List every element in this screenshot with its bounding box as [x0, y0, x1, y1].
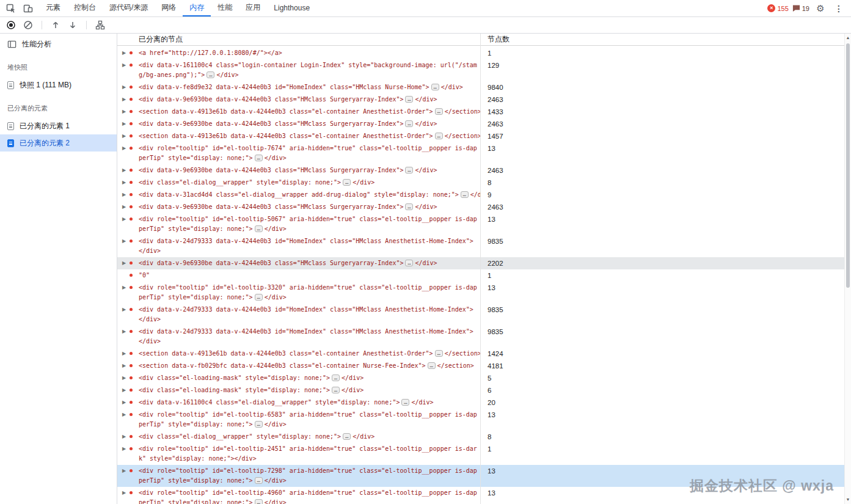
table-row[interactable]: ▶<div data-v-9e6930be data-v-4244e0b3 cl… — [117, 93, 851, 106]
expand-arrow-icon[interactable]: ▶ — [122, 349, 130, 359]
profiles-header[interactable]: 性能分析 — [0, 36, 117, 53]
expand-arrow-icon[interactable]: ▶ — [122, 361, 130, 371]
load-profile-button[interactable] — [47, 17, 64, 34]
inline-expand-button[interactable]: … — [405, 203, 413, 210]
console-error-counter[interactable]: × 155 — [767, 4, 788, 12]
device-toolbar-icon[interactable] — [20, 0, 37, 16]
expand-arrow-icon[interactable]: ▶ — [122, 283, 130, 293]
save-profile-button[interactable] — [64, 17, 81, 34]
expand-arrow-icon[interactable]: ▶ — [122, 166, 130, 175]
expand-arrow-icon[interactable]: ▶ — [122, 190, 130, 200]
table-row[interactable]: ▶<div data-v-161100c4 class="login-conta… — [117, 59, 851, 81]
inline-expand-button[interactable]: … — [405, 167, 413, 173]
inline-expand-button[interactable]: … — [255, 294, 263, 301]
expand-arrow-icon[interactable]: ▶ — [122, 119, 130, 129]
table-row[interactable]: ▶<section data-v-4913e61b data-v-4244e0b… — [117, 348, 851, 360]
issues-counter[interactable]: 19 — [792, 4, 809, 12]
tab-性能[interactable]: 性能 — [211, 0, 239, 16]
vertical-scrollbar[interactable]: ▲ ▼ — [844, 34, 851, 504]
table-row[interactable]: ▶<div data-v-9e6930be data-v-4244e0b3 cl… — [117, 201, 851, 213]
inline-expand-button[interactable]: … — [435, 108, 443, 115]
table-row[interactable]: ▶<div class="el-dialog__wrapper" style="… — [117, 431, 851, 443]
table-row[interactable]: ▶<div role="tooltip" id="el-tooltip-3320… — [117, 282, 851, 304]
table-row[interactable]: ▶<div role="tooltip" id="el-tooltip-6583… — [117, 409, 851, 431]
inline-expand-button[interactable]: … — [461, 191, 469, 198]
scrollbar-thumb[interactable] — [846, 43, 850, 288]
tab-控制台[interactable]: 控制台 — [67, 0, 103, 16]
kebab-menu-icon[interactable]: ⋮ — [831, 4, 846, 13]
table-row[interactable]: ▶"0"1 — [117, 269, 851, 282]
table-row[interactable]: ▶<div role="tooltip" id="el-tooltip-2451… — [117, 443, 851, 465]
table-row[interactable]: ▶<section data-v-4913e61b data-v-4244e0b… — [117, 130, 851, 142]
inspect-element-icon[interactable] — [2, 0, 20, 16]
inline-expand-button[interactable]: … — [435, 133, 443, 139]
expand-arrow-icon[interactable]: ▶ — [122, 131, 130, 141]
settings-gear-icon[interactable]: ⚙ — [813, 3, 828, 14]
inline-expand-button[interactable]: … — [255, 155, 263, 161]
inline-expand-button[interactable]: … — [255, 225, 263, 232]
expand-arrow-icon[interactable]: ▶ — [122, 432, 130, 442]
scroll-up-icon[interactable]: ▲ — [845, 34, 851, 42]
inline-expand-button[interactable]: … — [255, 477, 263, 484]
expand-arrow-icon[interactable]: ▶ — [122, 95, 130, 104]
expand-arrow-icon[interactable]: ▶ — [122, 398, 130, 407]
table-row[interactable]: ▶<div role="tooltip" id="el-tooltip-4960… — [117, 487, 851, 504]
expand-arrow-icon[interactable]: ▶ — [122, 488, 130, 498]
tab-内存[interactable]: 内存 — [183, 0, 211, 16]
inline-expand-button[interactable]: … — [255, 499, 263, 504]
tab-元素[interactable]: 元素 — [39, 0, 67, 16]
table-row[interactable]: ▶<div class="el-dialog__wrapper" style="… — [117, 177, 851, 189]
table-row[interactable]: ▶<div data-v-9e6930be data-v-4244e0b3 cl… — [117, 118, 851, 130]
table-row[interactable]: ▶<div data-v-9e6930be data-v-4244e0b3 cl… — [117, 257, 851, 269]
table-row[interactable]: ▶<div role="tooltip" id="el-tooltip-5067… — [117, 213, 851, 235]
inline-expand-button[interactable]: … — [405, 120, 413, 127]
expand-arrow-icon[interactable]: ▶ — [122, 48, 130, 58]
table-row[interactable]: ▶<div data-v-24d79333 data-v-4244e0b3 id… — [117, 304, 851, 326]
tab-Lighthouse[interactable]: Lighthouse — [267, 0, 316, 16]
expand-arrow-icon[interactable]: ▶ — [122, 107, 130, 117]
clear-profiles-button[interactable] — [20, 17, 37, 34]
tab-应用[interactable]: 应用 — [239, 0, 267, 16]
table-row[interactable]: ▶<div data-v-161100c4 class="el-dialog__… — [117, 396, 851, 409]
expand-arrow-icon[interactable]: ▶ — [122, 305, 130, 315]
expand-arrow-icon[interactable]: ▶ — [122, 82, 130, 92]
expand-arrow-icon[interactable]: ▶ — [122, 214, 130, 224]
table-row[interactable]: ▶<div data-v-9e6930be data-v-4244e0b3 cl… — [117, 164, 851, 177]
inline-expand-button[interactable]: … — [343, 179, 351, 186]
record-heap-button[interactable] — [2, 17, 20, 34]
inline-expand-button[interactable]: … — [431, 84, 439, 90]
scroll-down-icon[interactable]: ▼ — [845, 496, 851, 503]
inline-expand-button[interactable]: … — [332, 374, 340, 381]
column-header-count[interactable]: 节点数 — [480, 34, 851, 45]
table-row[interactable]: ▶<div data-v-31acd4d4 class="el-dialog__… — [117, 189, 851, 201]
expand-arrow-icon[interactable]: ▶ — [122, 444, 130, 454]
expand-arrow-icon[interactable]: ▶ — [122, 373, 130, 383]
table-row[interactable]: ▶<div data-v-fe8d9e32 data-v-4244e0b3 id… — [117, 81, 851, 93]
sidebar-item[interactable]: 快照 1 (111 MB) — [0, 76, 117, 93]
expand-arrow-icon[interactable]: ▶ — [122, 202, 130, 212]
expand-arrow-icon[interactable]: ▶ — [122, 144, 130, 153]
containment-tree-icon[interactable] — [92, 17, 109, 34]
inline-expand-button[interactable]: … — [255, 421, 263, 428]
sidebar-item[interactable]: 已分离的元素 2 — [0, 134, 117, 152]
tab-网络[interactable]: 网络 — [155, 0, 183, 16]
table-row[interactable]: ▶<div class="el-loading-mask" style="dis… — [117, 372, 851, 384]
expand-arrow-icon[interactable]: ▶ — [122, 60, 130, 70]
expand-arrow-icon[interactable]: ▶ — [122, 258, 130, 268]
sidebar-item[interactable]: 已分离的元素 1 — [0, 117, 117, 134]
inline-expand-button[interactable]: … — [401, 399, 409, 406]
table-row[interactable]: ▶<section data-v-4913e61b data-v-4244e0b… — [117, 106, 851, 118]
expand-arrow-icon[interactable]: ▶ — [122, 466, 130, 476]
expand-arrow-icon[interactable]: ▶ — [122, 385, 130, 395]
table-row[interactable]: ▶<div data-v-24d79333 data-v-4244e0b3 id… — [117, 235, 851, 257]
table-row[interactable]: ▶<div class="el-loading-mask" style="dis… — [117, 384, 851, 396]
tab-源代码/来源[interactable]: 源代码/来源 — [103, 0, 155, 16]
table-row[interactable]: ▶<div role="tooltip" id="el-tooltip-7298… — [117, 465, 851, 487]
expand-arrow-icon[interactable]: ▶ — [122, 327, 130, 337]
inline-expand-button[interactable]: … — [428, 362, 436, 369]
inline-expand-button[interactable]: … — [332, 387, 340, 393]
table-row[interactable]: ▶<a href="http://127.0.0.1:8080/#/"></a>… — [117, 47, 851, 59]
column-header-node[interactable]: 已分离的节点 — [117, 34, 480, 45]
inline-expand-button[interactable]: … — [405, 96, 413, 103]
inline-expand-button[interactable]: … — [343, 433, 351, 440]
